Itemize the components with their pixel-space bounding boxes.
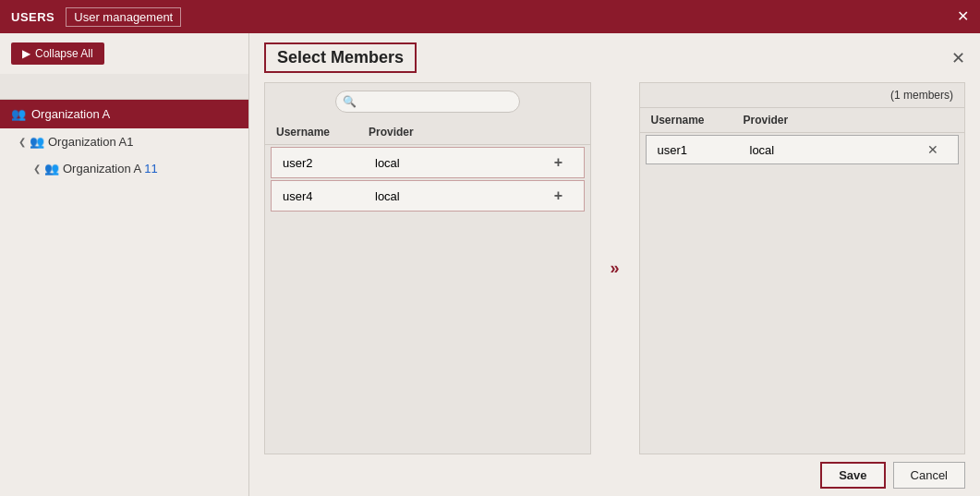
title-bar: USERS User management ✕ [0,0,980,33]
section-name: User management [66,7,181,27]
select-members-title: Select Members [264,42,417,73]
members-search: 🔍 [265,83,590,120]
members-count: (1 members) [640,83,965,108]
add-user4-button[interactable]: + [545,188,573,204]
right-row-1-username: user1 [658,143,750,157]
org-root-label: Organization A [31,107,110,121]
org-a11-number: 11 [144,162,157,175]
right-row-1-provider: local [750,143,920,157]
members-right-panel: (1 members) Username Provider user1 loca… [639,82,966,454]
transfer-all-button[interactable]: » [610,259,619,278]
org-a11-label: Organization A 11 [63,162,158,175]
collapse-all-button[interactable]: ▶ Collapse All [11,42,104,65]
left-row-1-username: user2 [283,156,375,170]
table-row[interactable]: user1 local ✕ [646,135,960,164]
left-col-action [551,126,579,139]
right-col-provider: Provider [744,114,926,127]
right-panel: Select Members ✕ 🔍 Username Provider [249,33,980,496]
search-icon: 🔍 [343,95,357,108]
sidebar-toolbar: ▶ Collapse All [0,33,248,74]
left-table-header: Username Provider [265,120,590,145]
app-name: USERS [11,10,54,24]
org-icon-2: 👥 [44,162,59,175]
org-icon: 👥 [30,135,44,149]
right-table-header: Username Provider [640,108,965,133]
left-table-body: user2 local + user4 local + [265,145,590,454]
chevron-icon: ❮ [18,137,26,147]
select-members-close-button[interactable]: ✕ [951,48,965,68]
left-row-1-provider: local [375,156,545,170]
sidebar: ▶ Collapse All 👥 Organization A ❮ 👥 Orga… [0,33,249,496]
table-row[interactable]: user2 local + [271,147,585,178]
members-area: 🔍 Username Provider user2 local + [249,82,980,454]
select-members-header: Select Members ✕ [249,33,980,82]
collapse-label: Collapse All [35,47,93,60]
search-wrapper: 🔍 [335,91,520,113]
title-bar-left: USERS User management [11,7,181,27]
chevron-icon-2: ❮ [33,163,41,174]
org-a1-label: Organization A1 [48,135,134,149]
remove-user1-button[interactable]: ✕ [919,142,947,157]
add-user2-button[interactable]: + [545,154,573,171]
right-col-action [926,114,953,127]
window-close-button[interactable]: ✕ [957,9,969,24]
left-row-2-username: user4 [283,189,375,203]
main-content: ▶ Collapse All 👥 Organization A ❮ 👥 Orga… [0,33,980,496]
transfer-arrow[interactable]: » [599,82,632,454]
sidebar-item-org-root[interactable]: 👥 Organization A [0,100,248,128]
left-row-2-provider: local [375,189,545,203]
save-button[interactable]: Save [820,462,885,489]
left-col-username: Username [276,126,369,139]
sidebar-search-row [0,74,248,100]
search-input[interactable] [335,91,520,113]
sidebar-tree: 👥 Organization A ❮ 👥 Organization A1 ❮ 👥… [0,100,248,496]
sidebar-item-org-a11[interactable]: ❮ 👥 Organization A 11 [0,155,248,182]
left-col-provider: Provider [369,126,551,139]
right-col-username: Username [651,114,744,127]
org-root-icon: 👥 [11,107,26,121]
sidebar-item-org-a1[interactable]: ❮ 👥 Organization A1 [0,128,248,155]
table-row[interactable]: user4 local + [271,180,585,212]
collapse-icon: ▶ [22,47,30,60]
cancel-button[interactable]: Cancel [893,462,965,489]
right-table-body: user1 local ✕ [640,133,965,454]
members-left-panel: 🔍 Username Provider user2 local + [264,82,591,454]
footer: Save Cancel [249,454,980,496]
